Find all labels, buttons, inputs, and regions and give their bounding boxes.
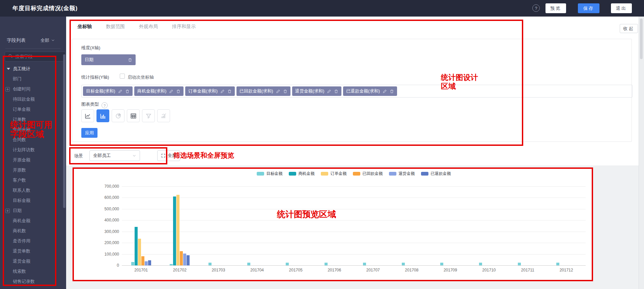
sidebar-field-item[interactable]: 线索数 [0, 266, 63, 277]
trash-icon[interactable] [128, 58, 132, 62]
sidebar-field-item[interactable]: 是否停用 [0, 236, 63, 246]
chart-bar[interactable] [173, 196, 176, 265]
chart-type-pie-chart[interactable] [112, 109, 124, 122]
metric-pill-label: 退货金额(求和) [295, 88, 325, 94]
apply-button[interactable]: 应用 [81, 128, 97, 138]
legend-item[interactable]: 已回款金额 [353, 171, 383, 177]
collapse-button[interactable]: 收起 [620, 24, 638, 33]
legend-item[interactable]: 订单金额 [321, 171, 347, 177]
sidebar-field-item[interactable]: 商机数 [0, 226, 63, 236]
chart-type-bar-chart[interactable] [96, 109, 109, 122]
chart-bar[interactable] [170, 264, 173, 265]
sidebar-field-item[interactable]: 合同数 [0, 135, 63, 145]
chart-type-funnel[interactable] [142, 109, 155, 122]
chart-bar[interactable] [325, 263, 328, 265]
dimension-pill[interactable]: 日期 [81, 54, 136, 65]
chart-bar[interactable] [440, 263, 443, 265]
legend-swatch [257, 172, 264, 176]
chart-bar[interactable] [135, 227, 138, 265]
trash-icon[interactable] [176, 89, 180, 94]
sidebar-field-item[interactable]: 退货金额 [0, 256, 63, 266]
tab-appearance[interactable]: 外观布局 [139, 24, 158, 30]
trash-icon[interactable] [283, 89, 287, 94]
chart-bar[interactable] [138, 239, 141, 265]
trash-icon[interactable] [390, 89, 394, 94]
page-scrollbar-thumb[interactable] [640, 19, 643, 59]
legend-item[interactable]: 目标金额 [257, 171, 283, 177]
edit-icon[interactable] [220, 89, 225, 94]
sidebar-field-group[interactable]: 员工统计 [0, 64, 63, 74]
metric-pill[interactable]: 商机金额(求和) [134, 86, 184, 96]
trash-icon[interactable] [227, 89, 232, 94]
sidebar-field-item[interactable]: 订单金额 [0, 104, 63, 114]
expand-plus-icon[interactable] [5, 87, 10, 91]
sidebar-field-item[interactable]: 联系人数 [0, 185, 63, 195]
sidebar-field-item[interactable]: 商机金额 [0, 216, 63, 226]
edit-icon[interactable] [118, 89, 122, 94]
chart-bar[interactable] [518, 263, 521, 265]
trash-icon[interactable] [334, 89, 338, 94]
fullscreen-button[interactable]: 全屏 [157, 150, 180, 161]
search-input[interactable]: 搜索字段 [5, 52, 65, 61]
save-button[interactable]: 保存 [578, 3, 599, 13]
edit-icon[interactable] [327, 89, 331, 94]
chart-type-help-icon[interactable]: ? [102, 102, 108, 108]
sidebar-field-item[interactable]: 订单数 [0, 114, 63, 125]
preview-button[interactable]: 预览 [545, 3, 566, 13]
sidebar-field-plus[interactable]: 创建时间 [0, 84, 63, 94]
chart-bar[interactable] [247, 263, 250, 265]
sidebar-field-label: 开票数 [13, 167, 26, 173]
tab-axes[interactable]: 坐标轴 [78, 24, 92, 30]
sidebar-field-item[interactable]: 已回款笔数 [0, 287, 63, 289]
edit-icon[interactable] [169, 89, 173, 94]
secondary-axis-checkbox[interactable] [120, 74, 125, 79]
chart-type-table[interactable] [127, 109, 140, 122]
chart-bar[interactable] [176, 195, 179, 265]
scene-select[interactable]: 全部员工 [89, 150, 140, 161]
sidebar-field-item[interactable]: 销售记录数 [0, 277, 63, 287]
chart-type-area-chart[interactable] [157, 109, 170, 122]
tab-data-range[interactable]: 数据范围 [106, 24, 125, 30]
exit-button[interactable]: 退出 [611, 3, 632, 13]
sidebar-field-item[interactable]: 合同金额 [0, 125, 63, 135]
chart-bar[interactable] [556, 263, 559, 265]
metric-pill[interactable]: 目标金额(求和) [83, 86, 133, 96]
sidebar-field-item[interactable]: 开票数 [0, 165, 63, 175]
legend-item[interactable]: 已退款金额 [421, 171, 451, 177]
chart-bar[interactable] [402, 263, 405, 265]
legend-item[interactable]: 退货金额 [389, 171, 415, 177]
edit-icon[interactable] [383, 89, 387, 94]
tab-sort-display[interactable]: 排序和显示 [172, 24, 196, 30]
edit-icon[interactable] [276, 89, 280, 94]
sidebar-field-item[interactable]: 开票金额 [0, 155, 63, 165]
field-filter-dropdown[interactable]: 全部 [40, 37, 55, 44]
chart-bar[interactable] [145, 261, 148, 265]
chart-bar[interactable] [148, 260, 151, 265]
sidebar-field-item[interactable]: 退货单数 [0, 246, 63, 256]
legend-item[interactable]: 商机金额 [289, 171, 315, 177]
chart-bar[interactable] [208, 263, 212, 265]
chart-bar[interactable] [363, 263, 366, 265]
sidebar-field-item[interactable]: 部门 [0, 74, 63, 84]
help-icon[interactable]: ? [532, 4, 540, 12]
chart-bar[interactable] [187, 255, 190, 265]
expand-plus-icon[interactable] [5, 209, 10, 213]
chart-bar[interactable] [141, 256, 144, 265]
metric-pill[interactable]: 退货金额(求和) [292, 86, 342, 96]
metric-pill[interactable]: 已退款金额(求和) [343, 86, 397, 96]
chart-bar[interactable] [131, 262, 134, 265]
chart-bar[interactable] [183, 254, 186, 265]
sidebar-scrollbar[interactable] [63, 54, 65, 208]
sidebar-field-item[interactable]: 客户数 [0, 175, 63, 185]
trash-icon[interactable] [125, 89, 130, 94]
chart-type-line-chart[interactable] [81, 109, 94, 122]
chart-bar[interactable] [180, 251, 183, 265]
sidebar-field-plus[interactable]: 日期 [0, 206, 63, 216]
sidebar-field-item[interactable]: 待回款金额 [0, 94, 63, 104]
metric-pill[interactable]: 订单金额(求和) [185, 86, 235, 96]
sidebar-field-item[interactable]: 计划拜访数 [0, 145, 63, 155]
metric-pill[interactable]: 已回款金额(求和) [236, 86, 290, 96]
chart-bar[interactable] [479, 263, 482, 265]
chart-bar[interactable] [286, 263, 289, 265]
sidebar-field-item[interactable]: 目标金额 [0, 195, 63, 206]
